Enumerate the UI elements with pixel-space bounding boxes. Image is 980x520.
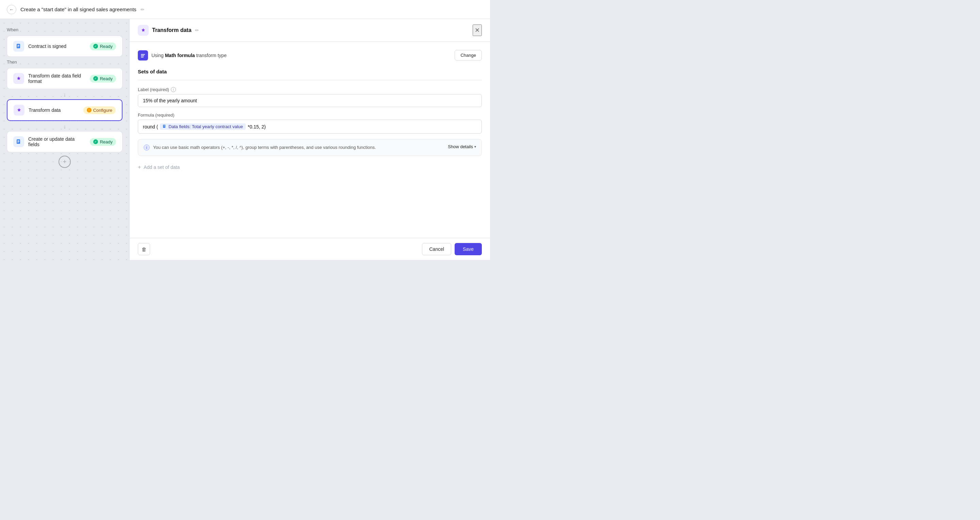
formula-field-label-text: Formula (required) [138, 113, 175, 117]
right-panel: Transform data ✏ ✕ Using Math formula tr [129, 19, 490, 260]
left-panel: When Contract is signed ✓ Ready Then Tra… [0, 19, 129, 260]
label-field-label: Label (required) i [138, 87, 482, 92]
change-transform-type-button[interactable]: Change [455, 50, 482, 60]
page-title: Create a "start date" in all signed sale… [21, 6, 137, 12]
add-step-button[interactable]: + [59, 156, 71, 168]
badge-dot-create-update: ✓ [93, 140, 98, 144]
back-icon: ← [9, 7, 14, 12]
add-set-label: Add a set of data [143, 165, 180, 170]
badge-transform-date-ready: ✓ Ready [90, 75, 116, 82]
card-label-contract: Contract is signed [28, 43, 86, 49]
svg-rect-10 [141, 57, 143, 57]
add-set-plus-icon: + [138, 164, 141, 170]
transform-data-icon [138, 25, 149, 36]
show-details-button[interactable]: Show details ▾ [448, 144, 476, 149]
svg-rect-9 [141, 55, 144, 56]
info-box-icon: i [143, 144, 150, 151]
card-icon-transform-date [13, 73, 24, 84]
transform-type-left: Using Math formula transform type [138, 50, 227, 60]
delete-icon: 🗑 [142, 246, 147, 252]
formula-suffix: *0.15, 2) [248, 124, 266, 130]
save-button[interactable]: Save [455, 243, 482, 255]
badge-label-transform-date: Ready [100, 76, 113, 81]
svg-rect-8 [141, 54, 145, 55]
badge-contract-ready: ✓ Ready [90, 43, 116, 50]
transform-type-text: Using Math formula transform type [151, 53, 227, 58]
close-icon: ✕ [475, 27, 480, 34]
back-button[interactable]: ← [7, 5, 16, 14]
badge-dot-ready: ✓ [93, 44, 98, 49]
svg-rect-2 [18, 46, 19, 46]
badge-label-create-update: Ready [100, 140, 113, 144]
workflow-card-create-update[interactable]: Create or update data fields ✓ Ready [7, 131, 123, 152]
divider-1 [138, 80, 482, 80]
svg-rect-3 [18, 46, 19, 47]
cancel-button[interactable]: Cancel [422, 243, 451, 255]
badge-dot-configure: ! [87, 108, 92, 113]
add-set-row[interactable]: + Add a set of data [138, 163, 482, 172]
transform-type-using: Using [151, 53, 164, 58]
svg-rect-1 [18, 45, 19, 46]
right-body: Using Math formula transform type Change… [130, 42, 490, 238]
info-box-text: You can use basic math operators (+, -, … [153, 144, 444, 151]
workflow-card-transform-date[interactable]: Transform date data field format ✓ Ready [7, 68, 123, 89]
formula-field-label: Formula (required) [138, 113, 482, 117]
delete-button[interactable]: 🗑 [138, 243, 150, 255]
svg-rect-5 [18, 140, 19, 141]
label-info-icon[interactable]: i [171, 87, 176, 92]
close-button[interactable]: ✕ [473, 24, 482, 36]
label-field-group: Label (required) i [138, 87, 482, 107]
formula-field-group: Formula (required) round ( Data fields: … [138, 113, 482, 133]
card-icon-contract [13, 41, 24, 52]
formula-data-field-tag[interactable]: Data fields: Total yearly contract value [160, 124, 246, 130]
svg-rect-7 [18, 142, 19, 143]
right-header: Transform data ✏ ✕ [130, 19, 490, 42]
transform-type-row: Using Math formula transform type Change [138, 50, 482, 60]
top-bar: ← Create a "start date" in all signed sa… [0, 0, 490, 19]
svg-rect-6 [18, 141, 19, 142]
right-panel-title: Transform data [152, 27, 192, 33]
svg-rect-13 [164, 126, 165, 127]
formula-tag-icon [163, 124, 167, 129]
formula-input[interactable]: round ( Data fields: Total yearly contra… [138, 120, 482, 133]
chevron-down-icon: ▾ [474, 145, 476, 149]
formula-info-box: i You can use basic math operators (+, -… [138, 139, 482, 156]
badge-label-contract: Ready [100, 44, 113, 49]
svg-rect-12 [164, 125, 165, 126]
then-label: Then [7, 59, 123, 65]
card-label-transform-data: Transform data [29, 108, 79, 113]
formula-prefix: round ( [143, 124, 158, 130]
sets-of-data-title: Sets of data [138, 69, 482, 75]
right-header-left: Transform data ✏ [138, 25, 199, 36]
badge-dot-transform-date: ✓ [93, 76, 98, 81]
workflow-card-transform-data[interactable]: Transform data ! Configure [7, 99, 123, 121]
badge-create-update-ready: ✓ Ready [90, 138, 116, 146]
edit-title-icon[interactable]: ✏ [140, 7, 145, 12]
edit-title-right-icon[interactable]: ✏ [195, 27, 199, 33]
main-layout: When Contract is signed ✓ Ready Then Tra… [0, 19, 490, 260]
label-input[interactable] [138, 94, 482, 107]
card-label-transform-date: Transform date data field format [28, 73, 86, 84]
card-label-create-update: Create or update data fields [28, 136, 86, 147]
connector-1: ↓ [7, 92, 123, 98]
badge-label-transform-data: Configure [93, 108, 112, 113]
when-label: When [7, 27, 123, 32]
bottom-actions: Cancel Save [422, 243, 482, 255]
card-icon-create-update [13, 136, 24, 147]
math-formula-icon [138, 50, 148, 60]
label-field-label-text: Label (required) [138, 87, 169, 92]
formula-tag-text: Data fields: Total yearly contract value [169, 124, 243, 129]
connector-2: ↓ [7, 124, 123, 130]
workflow-card-contract-signed[interactable]: Contract is signed ✓ Ready [7, 36, 123, 57]
bottom-bar: 🗑 Cancel Save [130, 238, 490, 260]
card-icon-transform-data [14, 105, 24, 116]
show-details-label: Show details [448, 144, 473, 149]
transform-type-after: transform type [196, 53, 226, 58]
transform-type-bold: Math formula [165, 53, 195, 58]
badge-transform-data-configure: ! Configure [83, 106, 116, 114]
